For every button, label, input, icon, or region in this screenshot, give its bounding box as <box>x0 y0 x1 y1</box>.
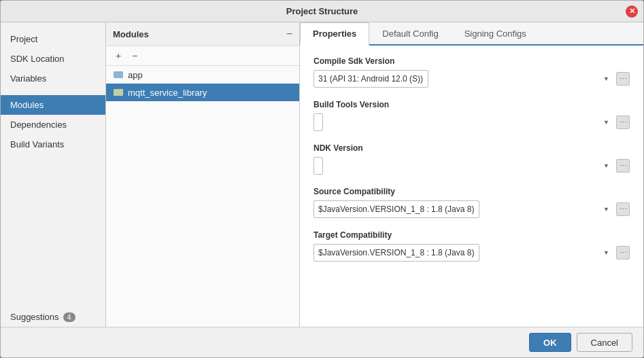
ok-button[interactable]: OK <box>529 333 571 352</box>
build-tools-select-wrapper <box>313 113 613 131</box>
target-compat-group: Target Compatibility $JavaVersion.VERSIO… <box>313 230 630 262</box>
ndk-version-select[interactable] <box>313 157 323 175</box>
tab-properties[interactable]: Properties <box>300 22 369 46</box>
app-module-icon <box>113 69 124 80</box>
compile-sdk-group: Compile Sdk Version 31 (API 31: Android … <box>313 56 630 88</box>
module-item-app-label: app <box>128 70 143 80</box>
module-item-mqtt[interactable]: mqtt_service_library <box>106 84 299 101</box>
module-panel: Modules − + − app mqtt_service_ <box>106 22 300 327</box>
module-item-app[interactable]: app <box>106 66 299 84</box>
module-header: Modules − <box>106 22 299 46</box>
target-compat-label: Target Compatibility <box>313 230 630 240</box>
source-compat-select[interactable]: $JavaVersion.VERSION_1_8 : 1.8 (Java 8) <box>313 200 479 218</box>
tab-default-config[interactable]: Default Config <box>369 22 451 44</box>
compile-sdk-row: 31 (API 31: Android 12.0 (S)) ⋯ <box>313 70 630 88</box>
build-tools-info-btn[interactable]: ⋯ <box>616 115 630 129</box>
source-compat-info-btn[interactable]: ⋯ <box>616 202 630 216</box>
main-content: Project SDK Location Variables Modules D… <box>1 22 643 327</box>
compile-sdk-select-wrapper: 31 (API 31: Android 12.0 (S)) <box>313 70 613 88</box>
properties-content: Compile Sdk Version 31 (API 31: Android … <box>300 46 643 327</box>
sidebar-item-modules[interactable]: Modules <box>1 95 105 115</box>
lib-module-icon <box>113 87 124 98</box>
ndk-version-select-wrapper <box>313 157 613 175</box>
build-tools-row: ⋯ <box>313 113 630 131</box>
suggestions-label: Suggestions <box>10 312 59 322</box>
source-compat-select-wrapper: $JavaVersion.VERSION_1_8 : 1.8 (Java 8) <box>313 200 613 218</box>
build-tools-select[interactable] <box>313 113 323 131</box>
ndk-version-info-btn[interactable]: ⋯ <box>616 159 630 173</box>
compile-sdk-label: Compile Sdk Version <box>313 56 630 66</box>
module-toolbar: + − <box>106 46 299 66</box>
sidebar-item-dependencies[interactable]: Dependencies <box>1 115 105 135</box>
sidebar-item-variables[interactable]: Variables <box>1 69 105 88</box>
cancel-button[interactable]: Cancel <box>577 333 632 352</box>
module-list: app mqtt_service_library <box>106 66 299 327</box>
source-compat-label: Source Compatibility <box>313 187 630 196</box>
module-item-mqtt-label: mqtt_service_library <box>128 88 207 98</box>
module-panel-title: Modules <box>113 29 149 39</box>
build-tools-group: Build Tools Version ⋯ <box>313 100 630 131</box>
sidebar-item-suggestions[interactable]: Suggestions 4 <box>1 307 105 327</box>
properties-panel: Properties Default Config Signing Config… <box>300 22 643 327</box>
tabs-bar: Properties Default Config Signing Config… <box>300 22 643 46</box>
compile-sdk-info-btn[interactable]: ⋯ <box>616 72 630 86</box>
remove-module-button[interactable]: − <box>128 49 141 62</box>
target-compat-select-wrapper: $JavaVersion.VERSION_1_8 : 1.8 (Java 8) <box>313 244 613 262</box>
add-module-button[interactable]: + <box>112 49 125 62</box>
title-bar: Project Structure ✕ <box>1 1 643 22</box>
compile-sdk-select[interactable]: 31 (API 31: Android 12.0 (S)) <box>313 70 428 88</box>
ndk-version-label: NDK Version <box>313 143 630 153</box>
module-panel-close[interactable]: − <box>286 28 292 40</box>
target-compat-select[interactable]: $JavaVersion.VERSION_1_8 : 1.8 (Java 8) <box>313 244 479 262</box>
ndk-version-row: ⋯ <box>313 157 630 175</box>
close-button[interactable]: ✕ <box>626 5 638 18</box>
dialog-title: Project Structure <box>286 6 358 16</box>
target-compat-info-btn[interactable]: ⋯ <box>616 246 630 259</box>
sidebar-item-build-variants[interactable]: Build Variants <box>1 135 105 154</box>
source-compat-row: $JavaVersion.VERSION_1_8 : 1.8 (Java 8) … <box>313 200 630 218</box>
footer: OK Cancel <box>1 327 643 357</box>
sidebar: Project SDK Location Variables Modules D… <box>1 22 106 327</box>
sidebar-item-project[interactable]: Project <box>1 29 105 49</box>
sidebar-item-sdk-location[interactable]: SDK Location <box>1 49 105 69</box>
build-tools-label: Build Tools Version <box>313 100 630 109</box>
target-compat-row: $JavaVersion.VERSION_1_8 : 1.8 (Java 8) … <box>313 244 630 262</box>
project-structure-dialog: Project Structure ✕ Project SDK Location… <box>0 0 644 358</box>
suggestions-badge: 4 <box>63 312 75 322</box>
ndk-version-group: NDK Version ⋯ <box>313 143 630 175</box>
tab-signing-configs[interactable]: Signing Configs <box>452 22 539 44</box>
source-compat-group: Source Compatibility $JavaVersion.VERSIO… <box>313 187 630 218</box>
